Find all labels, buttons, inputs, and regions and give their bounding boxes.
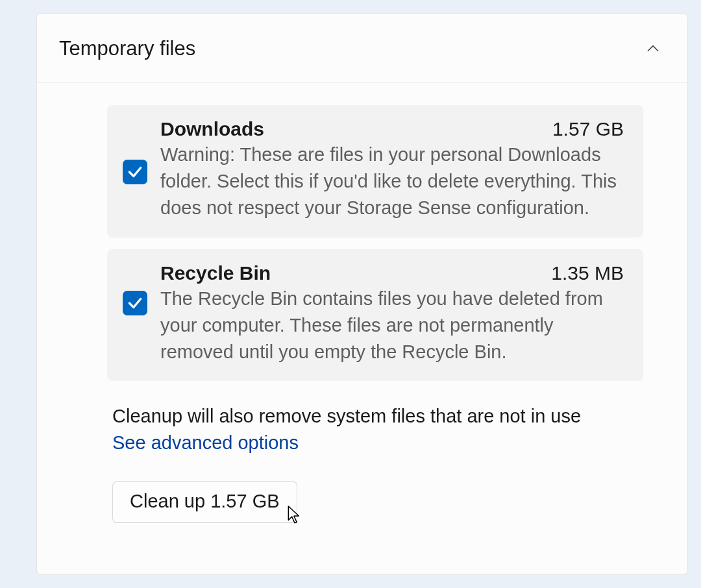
check-icon [127, 295, 143, 312]
see-advanced-options-link[interactable]: See advanced options [112, 432, 299, 454]
item-content: Recycle Bin 1.35 MB The Recycle Bin cont… [160, 262, 624, 366]
panel-title: Temporary files [59, 37, 195, 60]
item-size: 1.57 GB [552, 118, 624, 140]
item-title: Downloads [160, 118, 264, 140]
cleanup-note-text: Cleanup will also remove system files th… [112, 403, 643, 430]
checkbox-recycle-bin[interactable] [123, 291, 147, 315]
item-size: 1.35 MB [551, 262, 624, 284]
item-description: The Recycle Bin contains files you have … [160, 286, 624, 366]
check-icon [127, 164, 143, 180]
temp-file-item-recycle-bin: Recycle Bin 1.35 MB The Recycle Bin cont… [107, 249, 643, 382]
temp-file-item-downloads: Downloads 1.57 GB Warning: These are fil… [107, 105, 643, 238]
chevron-up-icon [645, 40, 661, 57]
item-description: Warning: These are files in your persona… [160, 141, 624, 222]
checkbox-downloads[interactable] [123, 160, 147, 184]
cleanup-button[interactable]: Clean up 1.57 GB [112, 481, 297, 523]
item-title: Recycle Bin [160, 262, 271, 284]
temporary-files-panel: Temporary files Downloads 1.57 GB [36, 13, 688, 575]
panel-header-toggle[interactable]: Temporary files [37, 14, 687, 83]
item-content: Downloads 1.57 GB Warning: These are fil… [160, 118, 624, 222]
panel-body: Downloads 1.57 GB Warning: These are fil… [37, 83, 687, 545]
cleanup-note-block: Cleanup will also remove system files th… [107, 403, 643, 454]
